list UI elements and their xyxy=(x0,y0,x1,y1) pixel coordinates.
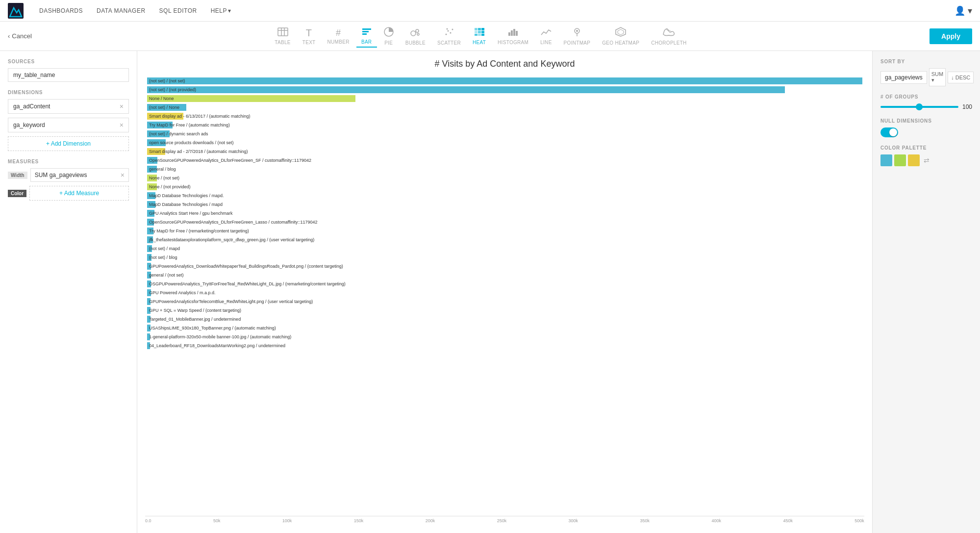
measures-label: MEASURES xyxy=(8,159,129,164)
chart-type-scatter[interactable]: SCATTER xyxy=(432,25,466,48)
nav-user[interactable]: 👤 ▾ xyxy=(955,5,972,16)
bar-label: Try MapD for Free / (remarketing/content… xyxy=(149,228,249,233)
sort-row: ga_pageviews SUM ▾ ↓ DESC xyxy=(880,68,972,86)
color-swatch-1[interactable] xyxy=(894,154,906,166)
sources-label: SOURCES xyxy=(8,59,129,64)
null-dimensions-toggle-row xyxy=(880,127,972,137)
nav-sql-editor[interactable]: SQL EDITOR xyxy=(159,7,197,14)
swap-colors-icon[interactable]: ⇄ xyxy=(924,156,930,164)
bar-label: OpenSourceGPUPoweredAnalytics_DLforFreeG… xyxy=(149,220,318,225)
logo[interactable] xyxy=(8,3,24,19)
chart-type-text[interactable]: T TEXT xyxy=(298,25,321,47)
chart-type-bubble[interactable]: BUBBLE xyxy=(401,25,430,48)
sort-field[interactable]: ga_pageviews xyxy=(880,71,927,84)
bar-track: USAShipsLIME_930x180_TopBanner.png / (au… xyxy=(147,325,862,331)
bar-track: GPUPoweredAnalyticsforTelecomBlue_RedWhi… xyxy=(147,298,862,305)
null-dimensions-label: NULL DIMENSIONS xyxy=(880,118,972,124)
chart-type-line[interactable]: LINE xyxy=(535,25,556,47)
dimension2-value: ga_keyword xyxy=(13,122,45,128)
bar-track: (not set) / mapd 3,669 xyxy=(147,245,862,252)
bar-label: 1-general-platform-320x50-mobile banner-… xyxy=(149,334,291,339)
bar-track: MapD Database Technologies / mapd 5,942 xyxy=(147,201,862,208)
bar-label: GPU + SQL = Warp Speed / (content target… xyxy=(149,308,241,313)
bar-fill: GPU Analytics Start Here / gpu benchmark xyxy=(147,210,154,217)
cancel-button[interactable]: ‹ Cancel xyxy=(8,32,32,40)
color-swatch-2[interactable] xyxy=(908,154,920,166)
dimension2-clear-icon[interactable]: × xyxy=(120,121,124,129)
nav-help[interactable]: HELP ▾ xyxy=(211,7,231,14)
chart-type-bar[interactable]: BAR xyxy=(356,25,377,48)
x-axis-label: 300k xyxy=(569,518,578,523)
groups-slider[interactable] xyxy=(880,106,958,108)
bar-row: general / (not set) 2,993 xyxy=(145,271,864,279)
bar-fill: (not set) / mapd xyxy=(147,245,152,252)
source-field[interactable] xyxy=(13,72,124,78)
bar-label: (not set) / None xyxy=(149,105,179,110)
chart-type-pie[interactable]: PIE xyxy=(379,25,399,48)
bar-label: open source products downloads / (not se… xyxy=(149,140,234,145)
bar-row: MapD Database Technologies / mapd. 6,159 xyxy=(145,192,864,200)
nav-dashboards[interactable]: DASHBOARDS xyxy=(39,7,83,14)
svg-rect-19 xyxy=(475,28,477,30)
svg-rect-26 xyxy=(478,34,481,36)
chart-type-table[interactable]: TABLE xyxy=(270,25,295,47)
dimension1-input[interactable]: ga_adContent × xyxy=(8,99,129,114)
source-input[interactable] xyxy=(8,68,129,82)
bar-row: (not set) / (not provided) 462,840 xyxy=(145,86,864,94)
bar-track: (not set) / blog 3,040 xyxy=(147,254,862,261)
bar-track: Smart display ad - 6/13/2017 / (automati… xyxy=(147,113,862,120)
bar-label: jfk_thefastestdataexplorationplatform_sq… xyxy=(149,237,314,242)
bar-row: GPU Analytics Start Here / gpu benchmark… xyxy=(145,209,864,217)
dimension1-clear-icon[interactable]: × xyxy=(120,102,124,110)
bar-track: None / None 151,366 xyxy=(147,95,862,102)
measure-width-clear-icon[interactable]: × xyxy=(121,171,125,179)
chart-area: # Visits by Ad Content and Keyword (not … xyxy=(137,51,872,533)
bar-track: GPU Analytics Start Here / gpu benchmark… xyxy=(147,210,862,217)
svg-point-11 xyxy=(411,31,416,36)
sort-agg-select[interactable]: SUM ▾ xyxy=(929,68,946,86)
bar-fill: GPU + SQL = Warp Speed / (content target… xyxy=(147,307,151,314)
bar-row: Targeted_01_MobileBanner.jpg / undetermi… xyxy=(145,315,864,323)
sort-direction-button[interactable]: ↓ DESC xyxy=(948,72,974,83)
chart-type-histogram[interactable]: HISTOGRAM xyxy=(493,25,533,47)
bar-fill: USAShipsLIME_930x180_TopBanner.png / (au… xyxy=(147,325,151,331)
null-dimensions-toggle[interactable] xyxy=(880,127,898,137)
logo-icon xyxy=(8,3,24,19)
bar-fill: GPUPoweredAnalyticsforTelecomBlue_RedWhi… xyxy=(147,298,151,305)
bar-label: (not set) / (not provided) xyxy=(149,87,196,92)
chart-type-selector: TABLE T TEXT # NUMBER BAR PIE BUBBLE xyxy=(270,25,691,48)
bar-fill: GPU Powered Analytics / m.a.p.d. xyxy=(147,289,151,296)
add-measure-button[interactable]: + Add Measure xyxy=(29,186,129,201)
measure-width-value: SUM ga_pageviews xyxy=(35,172,87,178)
bar-row: (not set) / (not set) 519,025 xyxy=(145,77,864,85)
svg-point-12 xyxy=(416,29,419,32)
bar-track: Try MapD for Free / (remarketing/content… xyxy=(147,228,862,234)
svg-point-17 xyxy=(452,28,453,30)
bar-label: (not set) / blog xyxy=(149,255,177,260)
bar-track: GPUPoweredAnalytics_DownloadWhitepaperTe… xyxy=(147,263,862,270)
bar-label: Targeted_01_MobileBanner.jpg / undetermi… xyxy=(149,317,241,322)
bar-row: (not set) / dynamic search ads 16,483 xyxy=(145,130,864,138)
add-dimension-button[interactable]: + Add Dimension xyxy=(8,136,129,151)
dimension2-input[interactable]: ga_keyword × xyxy=(8,118,129,132)
svg-rect-25 xyxy=(475,34,477,36)
bar-fill: general / blog xyxy=(147,166,157,173)
chart-type-heat[interactable]: HEAT xyxy=(468,25,491,47)
chart-type-geo-heatmap[interactable]: GEO HEATMAP xyxy=(597,25,644,48)
svg-marker-36 xyxy=(618,29,624,35)
chart-type-choropleth[interactable]: CHOROPLETH xyxy=(646,25,691,48)
apply-button[interactable]: Apply xyxy=(930,28,972,44)
svg-point-33 xyxy=(576,30,578,32)
chart-type-number[interactable]: # NUMBER xyxy=(323,26,354,47)
bar-fill: (not set) / (not set) xyxy=(147,77,862,84)
bar-row: None / None 151,366 xyxy=(145,95,864,102)
bar-track: (not set) / None 28,364 xyxy=(147,104,862,111)
svg-rect-30 xyxy=(513,29,515,36)
bar-fill: MapD Database Technologies / mapd. xyxy=(147,192,155,199)
bar-track: jfk_thefastestdataexplorationplatform_sq… xyxy=(147,236,862,243)
nav-data-manager[interactable]: DATA MANAGER xyxy=(97,7,146,14)
color-swatch-0[interactable] xyxy=(880,154,892,166)
chart-type-pointmap[interactable]: POINTMAP xyxy=(559,25,596,48)
measure-width-field[interactable]: SUM ga_pageviews × xyxy=(30,168,129,182)
bar-row: (not set) / blog 3,040 xyxy=(145,254,864,261)
